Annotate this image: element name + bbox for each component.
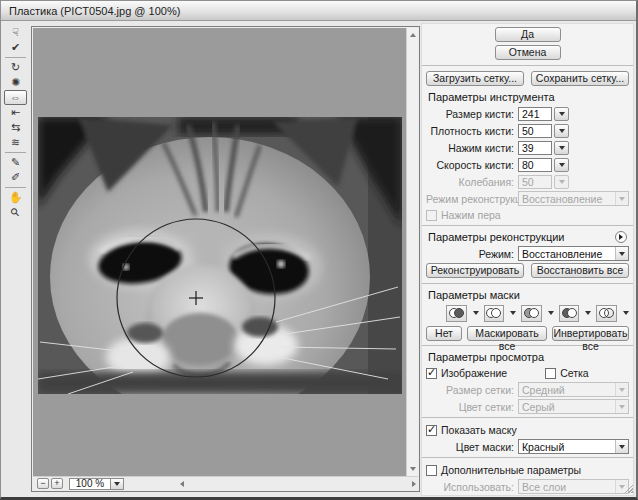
add-to-selection-icon[interactable] [484,305,505,322]
options-panel: Да Отмена Загрузить сетку... Сохранить с… [421,23,634,496]
twirl-clockwise-tool[interactable]: ↻ [4,60,27,75]
brush-density-input[interactable]: 50 [518,124,552,138]
reconstruct-mode-row: Режим реконструкции: Восстановление [426,191,629,206]
brush-size-dropdown[interactable] [554,107,569,121]
stylus-pressure-checkbox [426,210,437,221]
use-layers-label: Использовать: [426,481,518,493]
zoom-level-select[interactable]: 100 % [69,478,124,490]
reconstruct-menu-button[interactable] [615,231,627,243]
divider [422,225,633,226]
chevron-down-icon[interactable] [110,479,123,489]
tool-options-title: Параметры инструмента [428,91,629,103]
zoom-tool[interactable]: ⚲ [4,205,27,220]
push-left-tool[interactable]: ⇤ [4,105,27,120]
reconstruct-button[interactable]: Реконструировать [426,263,524,278]
mesh-color-row: Цвет сетки: Серый [426,399,629,414]
chevron-down-icon[interactable] [585,311,591,315]
mask-color-label: Цвет маски: [426,441,518,453]
turbulence-tool[interactable]: ≋ [4,135,27,150]
mesh-size-select: Средний [518,382,629,397]
use-layers-select: Все слои [518,479,629,494]
zoom-level-value: 100 % [70,478,110,489]
reconstruct-mode-select2[interactable]: Восстановление [518,246,629,261]
chevron-down-icon[interactable] [615,440,628,453]
mesh-size-row: Размер сетки: Средний [426,382,629,397]
divider [5,152,26,153]
chevron-down-icon [615,383,628,396]
show-mask-label: Показать маску [441,424,517,436]
replace-selection-icon[interactable] [446,305,467,322]
hand-tool[interactable]: ✋ [4,190,27,205]
invert-selection-icon[interactable] [596,305,617,322]
chevron-down-icon[interactable] [510,311,516,315]
brush-density-dropdown[interactable] [554,124,569,138]
title-bar[interactable]: Пластика (PICT0504.jpg @ 100%) [1,1,636,21]
mask-color-select[interactable]: Красный [518,439,629,454]
chevron-down-icon[interactable] [548,311,554,315]
chevron-down-icon[interactable] [473,311,479,315]
hand-icon: ✋ [9,192,23,203]
liquify-dialog: Пластика (PICT0504.jpg @ 100%) ☟ ✔ ↻ ✺ ⇔… [0,0,638,500]
scroll-left-icon[interactable] [180,481,184,487]
chevron-down-icon[interactable] [615,247,628,260]
brush-pressure-label: Нажим кисти: [426,142,518,154]
scroll-right-icon[interactable] [412,481,416,487]
divider [422,457,633,458]
preview-frame: − + 100 % [31,26,420,492]
scroll-down-icon[interactable] [410,467,416,471]
brush-rate-dropdown[interactable] [554,158,569,172]
brush-rate-row: Скорость кисти: 80 [426,157,629,172]
jitter-dropdown [554,175,569,189]
horizontal-scrollbar[interactable] [178,478,418,490]
cat-photo[interactable] [38,117,402,394]
mask-none-button[interactable]: Нет [426,326,462,341]
canvas-status-bar: − + 100 % [33,476,418,490]
backdrop-checkbox[interactable] [426,465,437,476]
invert-all-button[interactable]: Инвертировать все [552,326,629,341]
zoom-out-button[interactable]: − [37,478,49,489]
pucker-tool[interactable]: ✺ [4,75,27,90]
brush-rate-label: Скорость кисти: [426,159,518,171]
brush-pressure-dropdown[interactable] [554,141,569,155]
backdrop-row: Дополнительные параметры [426,463,629,477]
mesh-size-label: Размер сетки: [426,384,518,396]
divider [422,345,633,346]
reconstruct-tool[interactable]: ✔ [4,40,27,55]
mirror-tool[interactable]: ⇆ [4,120,27,135]
push-left-icon: ⇤ [11,107,20,118]
mask-mode-buttons [446,304,629,322]
scroll-up-icon[interactable] [410,33,416,37]
zoom-in-button[interactable]: + [51,478,63,489]
forward-warp-tool[interactable]: ☟ [4,25,27,40]
mirror-icon: ⇆ [11,122,20,133]
stylus-pressure-row: Нажим пера [426,208,629,222]
thaw-mask-tool[interactable]: ✐ [4,170,27,185]
brush-size-input[interactable]: 241 [518,107,552,121]
reconstruct-options-title: Параметры реконструкции [428,231,565,243]
bloat-tool[interactable]: ⇔ [4,90,27,105]
show-image-label: Изображение [441,367,507,379]
restore-all-button[interactable]: Восстановить все [531,263,629,278]
mask-all-button[interactable]: Маскировать все [467,326,547,341]
use-layers-row: Использовать: Все слои [426,479,629,494]
stylus-pressure-label: Нажим пера [441,209,501,221]
thaw-mask-icon: ✐ [11,172,20,183]
intersect-with-selection-icon[interactable] [559,305,580,322]
resize-grip[interactable] [622,482,633,493]
vertical-scrollbar[interactable] [406,28,418,476]
cancel-button[interactable]: Отмена [495,45,561,60]
twirl-icon: ↻ [11,62,20,73]
image-canvas[interactable] [33,28,406,476]
ok-button[interactable]: Да [495,27,561,42]
show-image-checkbox[interactable] [426,368,437,379]
load-mesh-button[interactable]: Загрузить сетку... [426,71,524,86]
subtract-from-selection-icon[interactable] [521,305,542,322]
show-mesh-checkbox[interactable] [545,368,556,379]
show-mask-checkbox[interactable] [426,425,437,436]
brush-density-row: Плотность кисти: 50 [426,123,629,138]
save-mesh-button[interactable]: Сохранить сетку... [531,71,629,86]
brush-rate-input[interactable]: 80 [518,158,552,172]
chevron-down-icon[interactable] [623,311,629,315]
freeze-mask-tool[interactable]: ✎ [4,155,27,170]
brush-pressure-input[interactable]: 39 [518,141,552,155]
